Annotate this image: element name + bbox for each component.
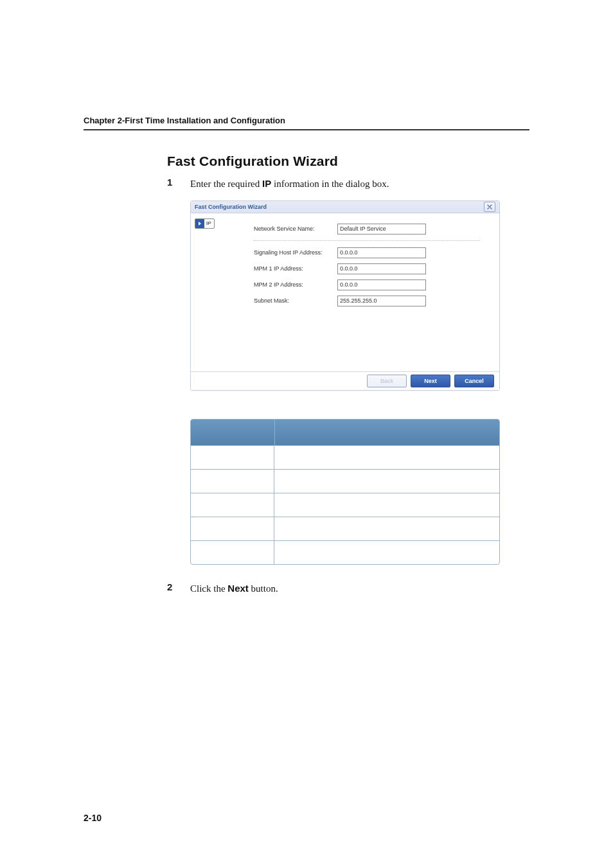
step-text: Enter the required IP information in the… xyxy=(190,177,389,191)
arrow-right-icon xyxy=(195,219,204,228)
step-text-bold: Next xyxy=(227,583,249,594)
network-service-name-input[interactable] xyxy=(337,224,426,235)
table-header-cell xyxy=(191,420,275,445)
parameter-table xyxy=(190,419,500,565)
table-row xyxy=(191,493,499,517)
network-service-name-label: Network Service Name: xyxy=(254,226,337,232)
table-row xyxy=(191,540,499,564)
wizard-form: Network Service Name: Signaling Host IP … xyxy=(245,213,499,371)
back-button[interactable]: Back xyxy=(367,375,407,387)
wizard-title: Fast Configuration Wizard xyxy=(195,204,267,210)
mpm2-input[interactable] xyxy=(337,279,426,290)
mpm1-label: MPM 1 IP Address: xyxy=(254,265,337,272)
step-text-pre: Enter the required xyxy=(190,179,262,189)
close-button[interactable] xyxy=(484,202,495,212)
table-header-cell xyxy=(275,420,499,445)
page-number: 2-10 xyxy=(84,813,102,823)
subnet-input[interactable] xyxy=(337,296,426,306)
step-number: 1 xyxy=(167,177,175,191)
step-number: 2 xyxy=(167,581,175,596)
close-icon xyxy=(487,204,492,209)
wizard-sidebar: IP xyxy=(191,213,245,371)
step-text-bold: IP xyxy=(262,178,271,189)
step-2: 2 Click the Next button. xyxy=(167,581,529,596)
step-text-pre: Click the xyxy=(190,583,227,594)
divider xyxy=(254,240,480,241)
step-text-post: button. xyxy=(249,583,278,594)
section-title: Fast Configuration Wizard xyxy=(167,154,529,169)
chapter-header: Chapter 2-First Time Installation and Co… xyxy=(84,116,529,125)
table-row xyxy=(191,469,499,493)
signaling-host-label: Signaling Host IP Address: xyxy=(254,249,337,256)
signaling-host-input[interactable] xyxy=(337,247,426,258)
mpm2-label: MPM 2 IP Address: xyxy=(254,281,337,288)
sidebar-item-ip[interactable]: IP xyxy=(195,218,215,229)
step-text: Click the Next button. xyxy=(190,581,278,596)
subnet-label: Subnet Mask: xyxy=(254,297,337,304)
step-text-post: information in the dialog box. xyxy=(271,179,389,189)
next-button[interactable]: Next xyxy=(411,375,450,387)
wizard-dialog: Fast Configuration Wizard IP Network Ser… xyxy=(190,200,500,391)
table-row xyxy=(191,445,499,469)
mpm1-input[interactable] xyxy=(337,263,426,274)
table-row xyxy=(191,517,499,540)
cancel-button[interactable]: Cancel xyxy=(454,375,494,387)
step-1: 1 Enter the required IP information in t… xyxy=(167,177,529,191)
sidebar-item-label: IP xyxy=(206,220,211,226)
header-rule xyxy=(84,129,529,130)
